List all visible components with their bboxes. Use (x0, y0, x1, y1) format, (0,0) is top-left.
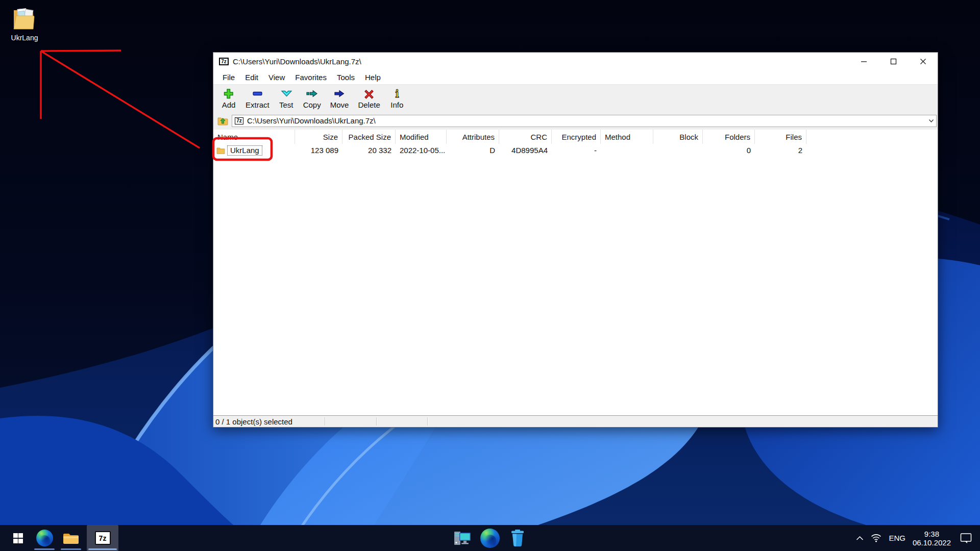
language-indicator[interactable]: ENG (889, 534, 905, 542)
taskbar-this-pc-button[interactable] (451, 525, 474, 551)
maximize-icon (890, 58, 897, 65)
folder-with-documents-icon (12, 5, 37, 33)
folder-icon (216, 146, 225, 154)
status-separator (325, 417, 325, 425)
menu-file[interactable]: File (217, 71, 240, 83)
add-button[interactable]: Add (216, 87, 241, 110)
desktop-shortcut-ukrlang[interactable]: UkrLang (4, 5, 45, 42)
copy-label: Copy (303, 101, 321, 109)
cell-crc: 4D8995A4 (499, 146, 552, 155)
cell-folders: 0 (703, 146, 755, 155)
edge-icon (480, 529, 500, 548)
add-label: Add (222, 101, 236, 109)
move-icon (332, 88, 347, 100)
taskbar-explorer-button[interactable] (59, 525, 83, 551)
windows-logo-icon (13, 533, 23, 543)
column-header-files[interactable]: Files (755, 130, 806, 144)
column-header-modified[interactable]: Modified (396, 130, 447, 144)
info-icon: i (389, 88, 405, 100)
column-header-encrypted[interactable]: Encrypted (552, 130, 601, 144)
edge-icon (36, 530, 53, 546)
cell-attributes: D (447, 146, 499, 155)
move-button[interactable]: Move (326, 87, 354, 110)
menu-edit[interactable]: Edit (240, 71, 263, 83)
add-icon (221, 88, 236, 100)
column-header-size[interactable]: Size (295, 130, 342, 144)
taskbar-recycle-bin-button[interactable] (506, 525, 529, 551)
file-explorer-icon (62, 531, 80, 545)
this-pc-icon (453, 530, 472, 546)
extract-icon (250, 88, 265, 100)
file-name: UkrLang (227, 145, 262, 156)
close-button[interactable] (908, 53, 938, 70)
minimize-icon (861, 58, 867, 65)
column-header-name[interactable]: Name (213, 130, 295, 144)
status-separator (376, 417, 377, 425)
cell-size: 123 089 (295, 146, 342, 155)
recycle-bin-icon (510, 529, 525, 547)
status-separator (427, 417, 428, 425)
cell-files: 2 (755, 146, 806, 155)
tray-expand-chevron-icon[interactable] (856, 536, 864, 541)
up-one-level-button[interactable] (215, 115, 230, 127)
running-indicator-active (88, 548, 117, 550)
taskbar-edge-center-button[interactable] (479, 525, 501, 551)
running-indicator (34, 548, 55, 550)
seven-zip-app-icon: 7z (219, 58, 229, 65)
wifi-icon[interactable] (871, 534, 881, 542)
column-header-row: NameSizePacked SizeModifiedAttributesCRC… (213, 130, 938, 144)
extract-button[interactable]: Extract (241, 87, 274, 110)
minimize-button[interactable] (849, 53, 878, 70)
running-indicator (61, 548, 81, 550)
address-combobox[interactable]: 7z C:\Users\Yuri\Downloads\UkrLang.7z\ (232, 115, 937, 127)
column-header-crc[interactable]: CRC (499, 130, 552, 144)
clock-time: 9:38 (913, 530, 951, 538)
seven-zip-icon: 7z (95, 531, 111, 545)
clock-date: 06.10.2022 (913, 538, 951, 547)
cell-encrypted: - (552, 146, 601, 155)
menu-bar: FileEditViewFavoritesToolsHelp (213, 70, 938, 85)
taskbar-clock[interactable]: 9:38 06.10.2022 (913, 530, 951, 547)
taskbar-edge-button[interactable] (33, 525, 56, 551)
address-dropdown-button[interactable] (926, 115, 936, 127)
seven-zip-window: 7z C:\Users\Yuri\Downloads\UkrLang.7z\ F… (213, 52, 938, 428)
info-button[interactable]: iInfo (385, 87, 409, 110)
delete-button[interactable]: Delete (353, 87, 384, 110)
status-bar: 0 / 1 object(s) selected (213, 415, 938, 427)
move-label: Move (330, 101, 349, 109)
menu-favorites[interactable]: Favorites (290, 71, 332, 83)
start-button[interactable] (6, 525, 30, 551)
column-header-packed-size[interactable]: Packed Size (342, 130, 396, 144)
column-header-block[interactable]: Block (653, 130, 703, 144)
menu-tools[interactable]: Tools (332, 71, 360, 83)
maximize-button[interactable] (878, 53, 908, 70)
address-path: C:\Users\Yuri\Downloads\UkrLang.7z\ (247, 116, 926, 125)
test-button[interactable]: Test (274, 87, 299, 110)
svg-text:i: i (395, 88, 399, 100)
chevron-down-icon (929, 119, 934, 122)
file-list: NameSizePacked SizeModifiedAttributesCRC… (213, 130, 938, 415)
copy-button[interactable]: Copy (299, 87, 326, 110)
column-header-method[interactable]: Method (601, 130, 653, 144)
desktop: UkrLang 7z C:\Users\Yuri\Downloads\UkrLa… (0, 0, 980, 551)
notification-center-icon[interactable] (960, 533, 972, 544)
close-icon (920, 58, 926, 65)
menu-view[interactable]: View (263, 71, 290, 83)
copy-icon (304, 88, 320, 100)
file-row-ukrlang[interactable]: UkrLang123 08920 3322022-10-05...D4D8995… (213, 144, 938, 157)
taskbar: 7z (0, 525, 980, 551)
extract-label: Extract (246, 101, 270, 109)
folder-up-icon (217, 116, 228, 126)
menu-help[interactable]: Help (360, 71, 386, 83)
title-bar[interactable]: 7z C:\Users\Yuri\Downloads\UkrLang.7z\ (213, 53, 938, 70)
taskbar-seven-zip-button[interactable]: 7z (87, 525, 118, 551)
file-name-cell[interactable]: UkrLang (213, 145, 295, 156)
window-title: C:\Users\Yuri\Downloads\UkrLang.7z\ (233, 57, 849, 66)
column-header-attributes[interactable]: Attributes (447, 130, 499, 144)
test-icon (279, 88, 294, 100)
cell-packed-size: 20 332 (342, 146, 396, 155)
column-header-folders[interactable]: Folders (703, 130, 755, 144)
test-label: Test (279, 101, 293, 109)
address-bar: 7z C:\Users\Yuri\Downloads\UkrLang.7z\ (213, 114, 938, 130)
delete-icon (361, 88, 377, 100)
